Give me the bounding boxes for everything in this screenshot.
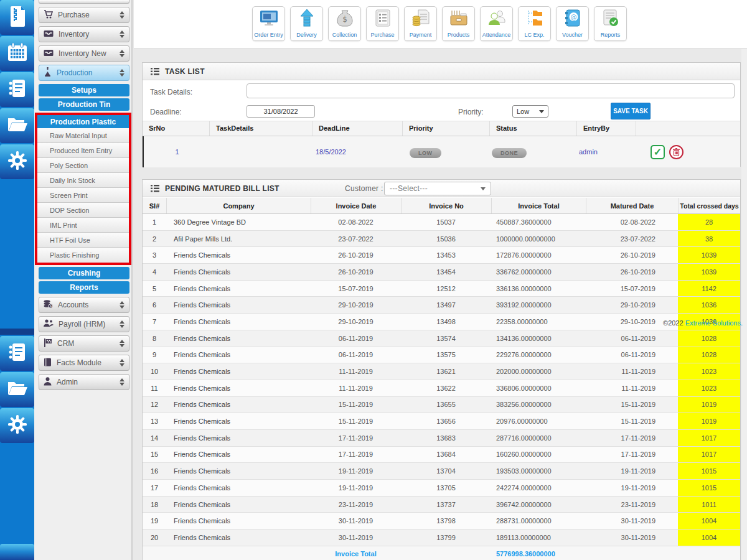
- bill-cell: Friends Chemicals: [166, 330, 311, 347]
- sidebar-item-label: Production: [57, 68, 92, 77]
- customer-select[interactable]: ---Select---: [384, 182, 491, 195]
- bill-table-footer: Invoice Total 5776998.36000000: [143, 546, 740, 560]
- sidebar-item-label: CRM: [57, 339, 74, 348]
- drawer-icon: [449, 10, 468, 26]
- sidebar-item-crm[interactable]: CRM: [39, 335, 129, 352]
- mark-done-icon[interactable]: ✓: [651, 145, 665, 159]
- strip-tile[interactable]: [0, 36, 34, 71]
- toolbar-button-order-entry[interactable]: Order Entry: [252, 6, 285, 41]
- sidebar-item-purchase[interactable]: Purchase: [39, 7, 129, 23]
- bill-cell: 193503.00000000: [491, 463, 586, 479]
- bill-cell: 22358.00000000: [491, 314, 586, 330]
- task-table-row: 1 18/5/2022 LOW DONE admin ✓: [143, 136, 740, 167]
- strip-tile[interactable]: [0, 108, 34, 143]
- submenu-item-raw-material-input[interactable]: Raw Material Input: [37, 128, 129, 143]
- submenu-item-screen-print[interactable]: Screen Print: [37, 188, 129, 203]
- strip-tile[interactable]: [0, 372, 34, 407]
- toolbar-button-payment[interactable]: Payment: [404, 6, 437, 41]
- submenu-item-poly-section[interactable]: Poly Section: [37, 158, 129, 173]
- flag-icon: [44, 338, 52, 349]
- sidebar-section-production-plastic[interactable]: Production Plastic: [37, 115, 129, 128]
- submenu-item-daily-ink-stock[interactable]: Daily Ink Stock: [37, 173, 129, 188]
- crossed-days-cell: 1019: [678, 397, 740, 413]
- production-plastic-highlight-box: Production Plastic Raw Material InputPro…: [35, 113, 131, 265]
- bill-cell: 13656: [401, 413, 491, 429]
- bill-cell: Friends Chemicals: [166, 463, 311, 479]
- coins-icon: $: [44, 300, 53, 310]
- sidebar-section-crushing[interactable]: Crushing: [39, 267, 129, 279]
- bill-col-header: Company: [166, 198, 311, 213]
- bill-col-header: Matured Date: [586, 198, 678, 213]
- save-task-button[interactable]: SAVE TASK: [611, 103, 651, 119]
- vertical-scrollbar[interactable]: [741, 49, 747, 560]
- task-col-header: EntryBy: [576, 121, 636, 136]
- bill-cell: 17-11-2019: [311, 447, 401, 463]
- submenu-item-produced-item-entry[interactable]: Produced Item Entry: [37, 143, 129, 158]
- monitor-icon: [260, 10, 278, 26]
- strip-top-tiles: [0, 0, 34, 179]
- task-table-header: SrNoTaskDetailsDeadLinePriorityStatusEnt…: [143, 121, 740, 136]
- submenu-item-dop-section[interactable]: DOP Section: [37, 203, 129, 218]
- sidebar-section-production-tin[interactable]: Production Tin: [39, 98, 129, 111]
- sidebar-item-production[interactable]: Production: [39, 65, 129, 81]
- bill-cell: 450887.36000000: [491, 214, 586, 230]
- notebook-icon: [7, 342, 27, 365]
- sidebar-item-payroll-hrm-[interactable]: Payroll (HRM): [39, 316, 129, 332]
- toolbar-button-reports[interactable]: Reports: [594, 6, 627, 41]
- production-plastic-submenu: Raw Material InputProduced Item EntryPol…: [37, 128, 129, 263]
- bill-cell: Friends Chemicals: [166, 513, 311, 529]
- submenu-item-iml-print[interactable]: IML Print: [37, 218, 129, 233]
- task-col-header: Status: [489, 121, 576, 136]
- sidebar-item-accounts[interactable]: $Accounts: [39, 297, 129, 313]
- priority-badge: LOW: [410, 148, 441, 158]
- toolbar-button-delivery[interactable]: Delivery: [290, 6, 323, 41]
- bill-cell: 06-11-2019: [586, 347, 678, 363]
- toolbar-button-lc-exp-[interactable]: LC Exp.: [518, 6, 551, 41]
- bill-cell: 20: [143, 530, 166, 546]
- bill-cell: 30-11-2019: [586, 530, 678, 546]
- bill-cell: 1: [143, 214, 166, 230]
- bill-cell: 13498: [401, 314, 491, 330]
- sidebar-item-admin[interactable]: Admin: [39, 374, 129, 390]
- crossed-days-cell: 1004: [678, 513, 740, 529]
- task-entryby-cell[interactable]: admin: [578, 148, 637, 156]
- sidebar-section-reports[interactable]: Reports: [39, 281, 129, 294]
- bill-cell: Friends Chemicals: [166, 380, 311, 396]
- submenu-item-htf-foil-use[interactable]: HTF Foil Use: [37, 233, 129, 248]
- delete-task-icon[interactable]: [669, 145, 684, 159]
- bill-cell: 02-08-2022: [586, 214, 678, 230]
- toolbar-button-label: Payment: [410, 32, 432, 38]
- task-details-input[interactable]: [247, 83, 735, 98]
- up-down-icon: [120, 378, 125, 386]
- strip-tile[interactable]: [0, 144, 34, 179]
- bill-cell: 6: [143, 297, 166, 313]
- submenu-item-plastic-finishing[interactable]: Plastic Finishing: [37, 248, 129, 263]
- strip-tile[interactable]: [0, 408, 34, 443]
- arrow-up-icon: [300, 10, 314, 26]
- toolbar-button-voucher[interactable]: @Voucher: [556, 6, 589, 41]
- toolbar-button-collection[interactable]: $Collection: [328, 6, 361, 41]
- sidebar-item-inventory-new[interactable]: Inventory New: [39, 45, 129, 62]
- sidebar-item-facts-module[interactable]: Facts Module: [39, 355, 129, 371]
- attendance-icon: [488, 10, 505, 26]
- bill-cell: 17: [143, 480, 166, 496]
- strip-tile[interactable]: [0, 0, 34, 35]
- sidebar-section-setups[interactable]: Setups: [39, 84, 129, 96]
- toolbar-button-attendance[interactable]: Attendance: [480, 6, 513, 41]
- bill-cell: 23-11-2019: [586, 497, 678, 513]
- bill-cell: 19-11-2019: [311, 463, 401, 479]
- bill-cell: 189113.00000000: [491, 530, 586, 546]
- toolbar-button-purchase[interactable]: Purchase: [366, 6, 399, 41]
- priority-select[interactable]: Low: [512, 105, 548, 118]
- invoice-total-label: Invoice Total: [311, 550, 401, 558]
- bill-table-row: 5Friends Chemicals15-07-201912512336136.…: [143, 281, 740, 297]
- bill-table-row: 20Friends Chemicals30-11-201913799189113…: [143, 530, 740, 546]
- bill-cell: 15036: [401, 231, 491, 247]
- strip-tile[interactable]: [0, 336, 34, 371]
- toolbar-button-products[interactable]: Products: [442, 6, 475, 41]
- deadline-input[interactable]: 31/08/2022: [247, 105, 315, 118]
- bill-cell: 15: [143, 447, 166, 463]
- strip-tile[interactable]: [0, 72, 34, 107]
- bill-cell: 360 Degree Vintage BD: [166, 214, 311, 230]
- sidebar-item-inventory[interactable]: Inventory: [39, 26, 129, 42]
